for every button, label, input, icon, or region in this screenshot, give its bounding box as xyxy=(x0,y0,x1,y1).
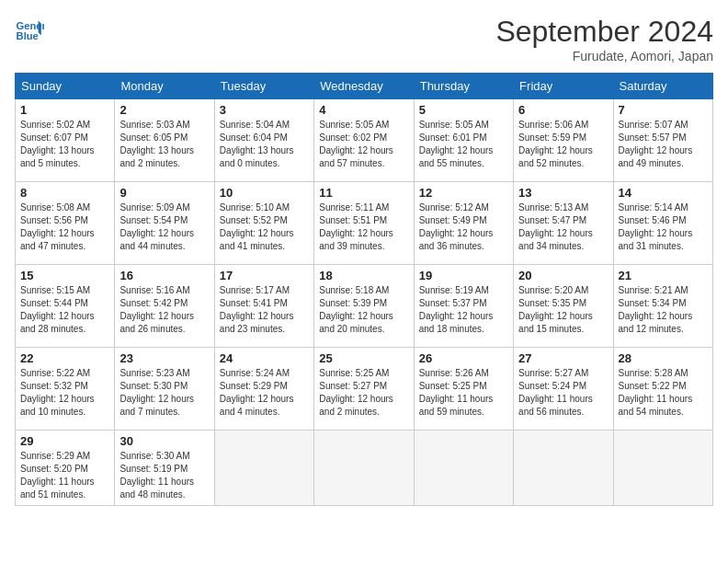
calendar-week-2: 15 Sunrise: 5:15 AM Sunset: 5:44 PM Dayl… xyxy=(16,265,713,348)
calendar-week-4: 29 Sunrise: 5:29 AM Sunset: 5:20 PM Dayl… xyxy=(16,431,713,506)
day-number: 7 xyxy=(619,103,708,117)
day-number: 16 xyxy=(119,269,209,282)
day-detail: Sunrise: 5:28 AM Sunset: 5:22 PM Dayligh… xyxy=(619,367,708,419)
day-detail: Sunrise: 5:15 AM Sunset: 5:44 PM Dayligh… xyxy=(20,284,109,336)
calendar-cell xyxy=(214,431,313,506)
day-detail: Sunrise: 5:17 AM Sunset: 5:41 PM Dayligh… xyxy=(220,284,309,336)
day-number: 1 xyxy=(20,103,109,117)
calendar-cell: 8 Sunrise: 5:08 AM Sunset: 5:56 PM Dayli… xyxy=(16,182,115,265)
calendar-cell: 7 Sunrise: 5:07 AM Sunset: 5:57 PM Dayli… xyxy=(613,99,712,182)
calendar-cell: 1 Sunrise: 5:02 AM Sunset: 6:07 PM Dayli… xyxy=(16,99,115,182)
day-number: 23 xyxy=(119,351,209,365)
calendar-cell: 9 Sunrise: 5:09 AM Sunset: 5:54 PM Dayli… xyxy=(115,182,214,265)
day-detail: Sunrise: 5:22 AM Sunset: 5:32 PM Dayligh… xyxy=(20,367,109,419)
day-detail: Sunrise: 5:12 AM Sunset: 5:49 PM Dayligh… xyxy=(419,201,508,253)
day-detail: Sunrise: 5:19 AM Sunset: 5:37 PM Dayligh… xyxy=(419,284,508,336)
day-detail: Sunrise: 5:02 AM Sunset: 6:07 PM Dayligh… xyxy=(20,119,109,170)
day-number: 26 xyxy=(419,351,508,365)
weekday-header-saturday: Saturday xyxy=(613,74,712,99)
calendar-cell: 17 Sunrise: 5:17 AM Sunset: 5:41 PM Dayl… xyxy=(214,265,313,348)
day-number: 8 xyxy=(20,186,109,200)
calendar-cell: 20 Sunrise: 5:20 AM Sunset: 5:35 PM Dayl… xyxy=(514,265,613,348)
weekday-header-monday: Monday xyxy=(115,74,214,99)
weekday-header-tuesday: Tuesday xyxy=(214,74,313,99)
weekday-header-sunday: Sunday xyxy=(16,74,115,99)
day-detail: Sunrise: 5:08 AM Sunset: 5:56 PM Dayligh… xyxy=(20,201,109,253)
day-number: 4 xyxy=(319,103,408,117)
day-detail: Sunrise: 5:04 AM Sunset: 6:04 PM Dayligh… xyxy=(220,119,309,170)
calendar-cell: 28 Sunrise: 5:28 AM Sunset: 5:22 PM Dayl… xyxy=(613,348,712,431)
calendar-cell: 22 Sunrise: 5:22 AM Sunset: 5:32 PM Dayl… xyxy=(16,348,115,431)
page-header: General Blue September 2024 Furudate, Ao… xyxy=(15,15,713,63)
calendar-cell: 13 Sunrise: 5:13 AM Sunset: 5:47 PM Dayl… xyxy=(514,182,613,265)
day-number: 28 xyxy=(619,351,708,365)
calendar-cell xyxy=(414,431,513,506)
calendar-week-1: 8 Sunrise: 5:08 AM Sunset: 5:56 PM Dayli… xyxy=(16,182,713,265)
day-number: 22 xyxy=(20,351,109,365)
day-detail: Sunrise: 5:24 AM Sunset: 5:29 PM Dayligh… xyxy=(220,367,309,419)
day-detail: Sunrise: 5:07 AM Sunset: 5:57 PM Dayligh… xyxy=(619,119,708,170)
calendar-cell: 5 Sunrise: 5:05 AM Sunset: 6:01 PM Dayli… xyxy=(414,99,513,182)
day-detail: Sunrise: 5:18 AM Sunset: 5:39 PM Dayligh… xyxy=(319,284,408,336)
day-detail: Sunrise: 5:14 AM Sunset: 5:46 PM Dayligh… xyxy=(619,201,708,253)
day-number: 5 xyxy=(419,103,508,117)
weekday-header-wednesday: Wednesday xyxy=(314,74,414,99)
calendar-cell: 16 Sunrise: 5:16 AM Sunset: 5:42 PM Dayl… xyxy=(115,265,214,348)
calendar-body: 1 Sunrise: 5:02 AM Sunset: 6:07 PM Dayli… xyxy=(16,99,713,506)
calendar-cell: 18 Sunrise: 5:18 AM Sunset: 5:39 PM Dayl… xyxy=(314,265,414,348)
day-number: 25 xyxy=(319,351,408,365)
calendar-cell: 6 Sunrise: 5:06 AM Sunset: 5:59 PM Dayli… xyxy=(514,99,613,182)
logo: General Blue xyxy=(15,15,44,44)
calendar-cell: 3 Sunrise: 5:04 AM Sunset: 6:04 PM Dayli… xyxy=(214,99,313,182)
calendar-cell: 21 Sunrise: 5:21 AM Sunset: 5:34 PM Dayl… xyxy=(613,265,712,348)
calendar-cell: 24 Sunrise: 5:24 AM Sunset: 5:29 PM Dayl… xyxy=(214,348,313,431)
day-number: 2 xyxy=(119,103,209,117)
day-detail: Sunrise: 5:20 AM Sunset: 5:35 PM Dayligh… xyxy=(518,284,608,336)
weekday-header-thursday: Thursday xyxy=(414,74,513,99)
calendar-cell: 4 Sunrise: 5:05 AM Sunset: 6:02 PM Dayli… xyxy=(314,99,414,182)
calendar-cell: 2 Sunrise: 5:03 AM Sunset: 6:05 PM Dayli… xyxy=(115,99,214,182)
day-number: 18 xyxy=(319,269,408,282)
day-detail: Sunrise: 5:29 AM Sunset: 5:20 PM Dayligh… xyxy=(20,450,109,501)
day-detail: Sunrise: 5:25 AM Sunset: 5:27 PM Dayligh… xyxy=(319,367,408,419)
day-detail: Sunrise: 5:21 AM Sunset: 5:34 PM Dayligh… xyxy=(619,284,708,336)
day-detail: Sunrise: 5:10 AM Sunset: 5:52 PM Dayligh… xyxy=(220,201,309,253)
day-detail: Sunrise: 5:05 AM Sunset: 6:02 PM Dayligh… xyxy=(319,119,408,170)
calendar-cell: 11 Sunrise: 5:11 AM Sunset: 5:51 PM Dayl… xyxy=(314,182,414,265)
day-number: 19 xyxy=(419,269,508,282)
location-subtitle: Furudate, Aomori, Japan xyxy=(495,49,713,63)
calendar-cell: 15 Sunrise: 5:15 AM Sunset: 5:44 PM Dayl… xyxy=(16,265,115,348)
calendar-table: SundayMondayTuesdayWednesdayThursdayFrid… xyxy=(15,73,713,506)
day-number: 24 xyxy=(220,351,309,365)
day-number: 14 xyxy=(619,186,708,200)
calendar-cell: 10 Sunrise: 5:10 AM Sunset: 5:52 PM Dayl… xyxy=(214,182,313,265)
day-number: 21 xyxy=(619,269,708,282)
day-number: 9 xyxy=(119,186,209,200)
calendar-header: SundayMondayTuesdayWednesdayThursdayFrid… xyxy=(16,74,713,99)
calendar-cell: 12 Sunrise: 5:12 AM Sunset: 5:49 PM Dayl… xyxy=(414,182,513,265)
calendar-cell xyxy=(314,431,414,506)
title-block: September 2024 Furudate, Aomori, Japan xyxy=(495,15,713,63)
day-detail: Sunrise: 5:16 AM Sunset: 5:42 PM Dayligh… xyxy=(119,284,209,336)
svg-text:Blue: Blue xyxy=(17,30,39,41)
day-number: 15 xyxy=(20,269,109,282)
day-number: 27 xyxy=(518,351,608,365)
day-number: 10 xyxy=(220,186,309,200)
day-number: 13 xyxy=(518,186,608,200)
day-number: 30 xyxy=(119,434,209,448)
calendar-week-3: 22 Sunrise: 5:22 AM Sunset: 5:32 PM Dayl… xyxy=(16,348,713,431)
calendar-cell xyxy=(613,431,712,506)
logo-icon: General Blue xyxy=(15,15,44,44)
day-number: 6 xyxy=(518,103,608,117)
day-number: 29 xyxy=(20,434,109,448)
day-number: 12 xyxy=(419,186,508,200)
calendar-cell xyxy=(514,431,613,506)
day-number: 3 xyxy=(220,103,309,117)
day-detail: Sunrise: 5:09 AM Sunset: 5:54 PM Dayligh… xyxy=(119,201,209,253)
day-detail: Sunrise: 5:27 AM Sunset: 5:24 PM Dayligh… xyxy=(518,367,608,419)
calendar-cell: 29 Sunrise: 5:29 AM Sunset: 5:20 PM Dayl… xyxy=(16,431,115,506)
day-detail: Sunrise: 5:13 AM Sunset: 5:47 PM Dayligh… xyxy=(518,201,608,253)
day-number: 17 xyxy=(220,269,309,282)
day-detail: Sunrise: 5:11 AM Sunset: 5:51 PM Dayligh… xyxy=(319,201,408,253)
day-detail: Sunrise: 5:30 AM Sunset: 5:19 PM Dayligh… xyxy=(119,450,209,501)
